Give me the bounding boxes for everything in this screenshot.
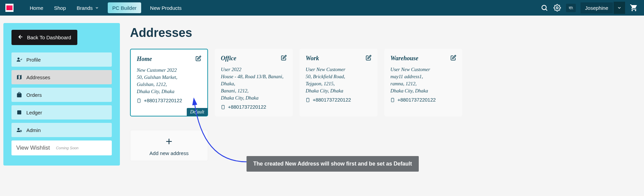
svg-point-2 bbox=[556, 7, 558, 9]
sidebar-item-label: Admin bbox=[26, 127, 41, 133]
address-line: Banani, 1212, bbox=[221, 87, 287, 94]
search-icon[interactable] bbox=[540, 4, 548, 12]
phone-icon bbox=[137, 99, 141, 103]
address-phone: +8801737220122 bbox=[306, 97, 371, 103]
address-line: User New Customer bbox=[390, 66, 456, 73]
address-card: OfficeUser 2022House - 48, Road 13/B, Ba… bbox=[215, 49, 293, 116]
default-badge: Default bbox=[187, 108, 208, 116]
svg-line-1 bbox=[546, 9, 547, 10]
chevron-down-icon bbox=[95, 5, 99, 11]
edit-icon[interactable] bbox=[196, 56, 201, 63]
main-content: Addresses HomeNew Customer 202250, Gulsh… bbox=[130, 23, 644, 166]
address-card-title: Work bbox=[306, 55, 319, 62]
phone-icon bbox=[221, 105, 225, 109]
sidebar-item-label: Profile bbox=[26, 57, 41, 63]
ledger-icon bbox=[16, 109, 22, 115]
address-line: ramna, 1212, bbox=[390, 80, 456, 87]
settings-icon[interactable] bbox=[553, 4, 561, 12]
svg-point-4 bbox=[18, 58, 20, 60]
address-line: Dhaka City, Dhaka bbox=[137, 88, 201, 95]
user-menu-caret[interactable] bbox=[614, 2, 625, 14]
address-line: Tejgaon, 1215, bbox=[306, 80, 371, 87]
address-cards-row: HomeNew Customer 202250, Gulshan Market,… bbox=[130, 49, 630, 116]
svg-rect-8 bbox=[138, 99, 140, 103]
address-phone: +8801737220122 bbox=[137, 98, 201, 103]
nav-pc-builder[interactable]: PC Builder bbox=[108, 2, 141, 13]
nav-brands[interactable]: Brands bbox=[71, 0, 104, 16]
wishlist-label: View Wishlist bbox=[16, 145, 50, 151]
user-menu[interactable]: Josephine bbox=[581, 2, 625, 14]
map-icon bbox=[16, 74, 22, 80]
cart-icon[interactable] bbox=[630, 4, 638, 12]
edit-icon[interactable] bbox=[281, 55, 287, 62]
address-line: Dhaka City, Dhaka bbox=[390, 87, 456, 94]
language-toggle[interactable]: বাং bbox=[566, 4, 576, 12]
address-card-title: Office bbox=[221, 55, 236, 62]
address-phone: +8801737220122 bbox=[221, 104, 287, 110]
address-line: 50, Gulshan Market, bbox=[137, 74, 201, 81]
phone-icon bbox=[306, 98, 310, 102]
add-new-label: Add new address bbox=[150, 150, 189, 156]
svg-rect-14 bbox=[391, 98, 394, 102]
address-line: Dhaka City, Dhaka bbox=[221, 94, 287, 102]
top-navbar: Home Shop Brands PC Builder New Products… bbox=[0, 0, 644, 16]
user-name: Josephine bbox=[581, 2, 613, 14]
address-card: WarehouseUser New Customermay11 address1… bbox=[384, 49, 462, 116]
address-card: WorkUser New Customer50, Brickfield Road… bbox=[300, 49, 378, 116]
phone-icon bbox=[390, 98, 395, 102]
back-label: Back To Dashboard bbox=[27, 35, 71, 40]
svg-rect-5 bbox=[17, 110, 21, 114]
sidebar-item-label: Orders bbox=[26, 92, 42, 98]
page-title: Addresses bbox=[130, 26, 630, 40]
arrow-left-icon bbox=[18, 34, 24, 41]
address-card-title: Warehouse bbox=[390, 55, 418, 62]
svg-rect-10 bbox=[222, 105, 225, 109]
back-to-dashboard-button[interactable]: Back To Dashboard bbox=[11, 30, 77, 45]
address-line: Gulshan, 1212, bbox=[137, 81, 201, 88]
add-new-address-button[interactable]: + Add new address bbox=[130, 130, 208, 161]
sidebar-item-admin[interactable]: Admin bbox=[11, 123, 112, 137]
address-card: HomeNew Customer 202250, Gulshan Market,… bbox=[130, 49, 208, 116]
user-icon bbox=[16, 57, 22, 63]
brand-logo[interactable] bbox=[5, 4, 14, 12]
sidebar-item-ledger[interactable]: Ledger bbox=[11, 105, 112, 119]
svg-point-6 bbox=[18, 128, 20, 130]
bag-icon bbox=[16, 92, 22, 98]
address-line: Dhaka City, Dhaka bbox=[306, 87, 371, 94]
svg-rect-12 bbox=[307, 98, 309, 102]
address-card-title: Home bbox=[137, 56, 152, 63]
edit-icon[interactable] bbox=[450, 55, 456, 62]
sidebar-item-label: Ledger bbox=[26, 110, 42, 115]
nav-new-products[interactable]: New Products bbox=[145, 0, 187, 16]
plus-icon: + bbox=[166, 135, 173, 147]
sidebar-item-wishlist[interactable]: View Wishlist Coming Soon bbox=[11, 140, 112, 155]
nav-brands-label: Brands bbox=[77, 5, 93, 11]
svg-point-0 bbox=[542, 5, 546, 10]
admin-icon bbox=[16, 127, 22, 133]
address-line: New Customer 2022 bbox=[137, 67, 201, 74]
sidebar-item-addresses[interactable]: Addresses bbox=[11, 70, 112, 84]
sidebar-item-profile[interactable]: Profile bbox=[11, 52, 112, 67]
svg-point-7 bbox=[20, 130, 22, 132]
address-phone: +8801737220122 bbox=[390, 97, 456, 103]
sidebar-item-label: Addresses bbox=[26, 74, 50, 80]
address-line: may11 address1, bbox=[390, 73, 456, 80]
annotation-tooltip: The created New Address will show first … bbox=[247, 156, 419, 172]
address-line: User 2022 bbox=[221, 66, 287, 73]
account-sidebar: Back To Dashboard Profile Addresses Orde… bbox=[3, 23, 120, 166]
nav-shop[interactable]: Shop bbox=[49, 0, 71, 16]
address-line: User New Customer bbox=[306, 66, 371, 73]
address-line: 50, Brickfield Road, bbox=[306, 73, 371, 80]
nav-home[interactable]: Home bbox=[24, 0, 49, 16]
sidebar-item-orders[interactable]: Orders bbox=[11, 88, 112, 102]
address-line: House - 48, Road 13/B, Banani, Dhaka, bbox=[221, 73, 287, 87]
edit-icon[interactable] bbox=[366, 55, 371, 62]
coming-soon-label: Coming Soon bbox=[56, 146, 79, 150]
